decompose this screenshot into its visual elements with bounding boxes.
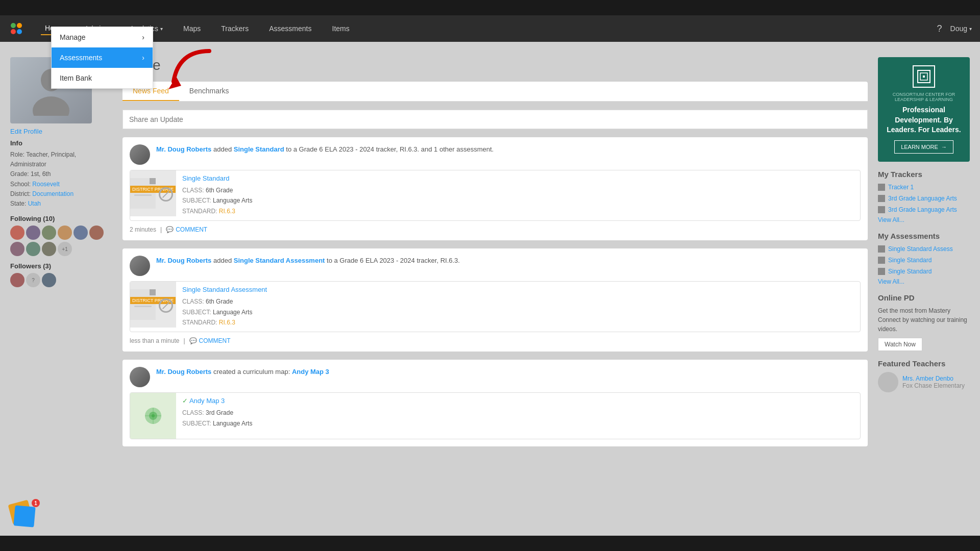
watch-now-btn[interactable]: Watch Now xyxy=(878,338,922,351)
followers-avatars: ? xyxy=(10,273,112,287)
follower-avatar-1[interactable] xyxy=(10,273,24,287)
nav-items[interactable]: Items xyxy=(328,22,354,35)
assessment-item-3[interactable]: Single Standard xyxy=(878,267,970,276)
trackers-view-all[interactable]: View All... xyxy=(878,216,970,223)
following-avatar-4[interactable] xyxy=(58,226,72,240)
following-avatars-row2: +1 xyxy=(10,242,112,256)
post-1-itemname[interactable]: Single Standard xyxy=(234,145,284,153)
post-1-card[interactable]: DISTRICT PRIVATE Single Standard CLASS: … xyxy=(130,170,861,221)
widget-badge: 1 xyxy=(32,499,40,507)
post-2-card-details: CLASS: 6th Grade SUBJECT: Language Arts … xyxy=(182,296,267,328)
edit-profile-link[interactable]: Edit Profile xyxy=(10,128,112,135)
dropdown-itembank[interactable]: Item Bank xyxy=(52,68,153,88)
tracker-item-2[interactable]: 3rd Grade Language Arts xyxy=(878,194,970,203)
share-input[interactable] xyxy=(122,110,868,129)
assessments-view-all[interactable]: View All... xyxy=(878,278,970,285)
featured-teachers-section: Featured Teachers Mrs. Amber Denbo Fox C… xyxy=(878,359,970,392)
post-3-username[interactable]: Mr. Doug Roberts xyxy=(156,368,211,375)
svg-point-0 xyxy=(11,23,16,28)
no-entry-icon-1 xyxy=(159,187,173,202)
post-1-comment-btn[interactable]: 💬 COMMENT xyxy=(166,226,207,233)
profile-info: Info Role: Teacher, Principal, Administr… xyxy=(10,139,112,209)
info-label: Info xyxy=(10,139,112,147)
post-1-username[interactable]: Mr. Doug Roberts xyxy=(156,145,211,153)
post-3-card-title[interactable]: ✓ Andy Map 3 xyxy=(182,397,252,405)
dropdown-assessments[interactable]: Assessments › xyxy=(52,47,153,68)
follower-avatar-2[interactable]: ? xyxy=(26,273,40,287)
following-avatar-1[interactable] xyxy=(10,226,24,240)
post-1-card-title[interactable]: Single Standard xyxy=(182,174,252,182)
post-2-card-img: DISTRICT PRIVATE xyxy=(130,282,176,328)
user-menu[interactable]: Doug ▾ xyxy=(950,24,972,33)
following-avatar-8[interactable] xyxy=(26,242,40,256)
following-avatar-7[interactable] xyxy=(10,242,24,256)
following-section: Following (10) +1 xyxy=(10,215,112,256)
following-avatar-9[interactable] xyxy=(42,242,56,256)
my-assessments-section: My Assessments Single Standard Assess Si… xyxy=(878,232,970,285)
tracker-item-3[interactable]: 3rd Grade Language Arts xyxy=(878,205,970,214)
tab-benchmarks[interactable]: Benchmarks xyxy=(179,82,239,101)
following-avatar-5[interactable] xyxy=(74,226,88,240)
svg-point-1 xyxy=(17,23,22,28)
profile-grade: Grade: 1st, 6th xyxy=(10,169,112,179)
post-3-card[interactable]: ✓ Andy Map 3 CLASS: 3rd Grade SUBJECT: L… xyxy=(130,392,861,439)
nav-trackers[interactable]: Trackers xyxy=(217,22,253,35)
post-2-itemname[interactable]: Single Standard Assessment xyxy=(234,257,325,264)
nav-assessments[interactable]: Assessments xyxy=(265,22,315,35)
app-logo[interactable] xyxy=(8,20,24,37)
right-panel: CONSORTIUM CENTER FOR LEADERSHIP & LEARN… xyxy=(878,57,970,455)
post-3-header: Mr. Doug Roberts created a curriculum ma… xyxy=(130,367,861,387)
state-link[interactable]: Utah xyxy=(28,200,41,207)
help-icon[interactable]: ? xyxy=(937,23,942,34)
post-2-username[interactable]: Mr. Doug Roberts xyxy=(156,257,211,264)
tracker-icon-3 xyxy=(878,206,885,213)
following-title[interactable]: Following (10) xyxy=(10,215,112,222)
manage-arrow-icon: › xyxy=(142,33,144,41)
ad-title: Professional Development. By Leaders. Fo… xyxy=(886,105,962,135)
assessment-item-2[interactable]: Single Standard xyxy=(878,256,970,265)
post-2-time: less than a minute xyxy=(130,337,179,344)
post-2-card[interactable]: DISTRICT PRIVATE Single Standard Assessm… xyxy=(130,281,861,332)
following-avatar-6[interactable] xyxy=(89,226,104,240)
dropdown-manage[interactable]: Manage › xyxy=(52,27,153,47)
school-link[interactable]: Roosevelt xyxy=(32,181,59,188)
following-avatar-10[interactable]: +1 xyxy=(58,242,72,256)
post-3-itemname[interactable]: Andy Map 3 xyxy=(292,368,329,375)
no-entry-icon-2 xyxy=(159,298,173,313)
feed-post-2: Mr. Doug Roberts added Single Standard A… xyxy=(122,248,868,352)
post-2-card-title[interactable]: Single Standard Assessment xyxy=(182,286,267,293)
post-1-time: 2 minutes xyxy=(130,226,156,233)
featured-teacher-name[interactable]: Mrs. Amber Denbo xyxy=(902,375,965,382)
ad-arrow-icon: → xyxy=(941,144,947,150)
tracker-item-1[interactable]: Tracker 1 xyxy=(878,183,970,192)
follower-avatar-3[interactable] xyxy=(42,273,56,287)
floating-widget[interactable]: 1 xyxy=(10,502,39,531)
post-2-avatar xyxy=(130,256,150,276)
share-update-box xyxy=(122,110,868,129)
district-link[interactable]: Documentation xyxy=(32,190,74,197)
svg-rect-14 xyxy=(923,76,925,78)
ad-banner: CONSORTIUM CENTER FOR LEADERSHIP & LEARN… xyxy=(878,57,970,162)
post-2-comment-btn[interactable]: 💬 COMMENT xyxy=(189,337,231,344)
featured-teacher-item: Mrs. Amber Denbo Fox Chase Elementary xyxy=(878,372,970,392)
tracker-icon-1 xyxy=(878,184,885,191)
online-pd-title: Online PD xyxy=(878,293,970,302)
tracker-icon-2 xyxy=(878,195,885,202)
nav-maps[interactable]: Maps xyxy=(179,22,205,35)
assessment-item-1[interactable]: Single Standard Assess xyxy=(878,244,970,254)
followers-title[interactable]: Followers (3) xyxy=(10,262,112,270)
following-avatar-2[interactable] xyxy=(26,226,40,240)
my-trackers-section: My Trackers Tracker 1 3rd Grade Language… xyxy=(878,170,970,223)
ad-learn-more-btn[interactable]: LEARN MORE → xyxy=(894,140,953,154)
post-1-footer: 2 minutes | 💬 COMMENT xyxy=(130,226,861,233)
ad-logo xyxy=(913,65,935,88)
following-avatar-3[interactable] xyxy=(42,226,56,240)
post-3-avatar xyxy=(130,367,150,387)
profile-school: School: Roosevelt xyxy=(10,180,112,189)
following-avatars-row1 xyxy=(10,226,112,240)
post-2-footer: less than a minute | 💬 COMMENT xyxy=(130,337,861,344)
doc-icon-2 xyxy=(130,289,156,320)
post-3-card-img xyxy=(130,393,176,439)
featured-teacher-avatar xyxy=(878,372,898,392)
feed-tabs: News Feed Benchmarks xyxy=(122,82,868,102)
